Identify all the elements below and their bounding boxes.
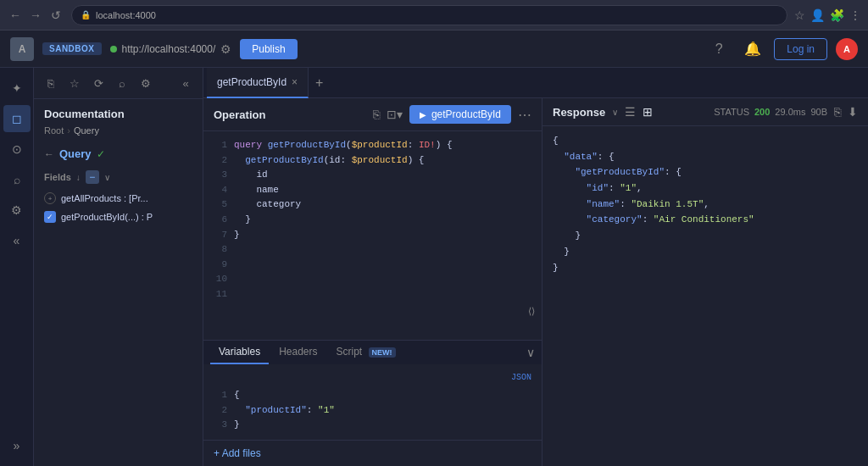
operation-copy-button[interactable]: ⎘ [373, 108, 380, 121]
variables-editor[interactable]: JSON 1 { 2 "productId": "1" 3 } [203, 364, 542, 440]
url-dot [110, 46, 117, 53]
menu-button[interactable]: ⋮ [849, 8, 861, 22]
tab-get-product-by-id[interactable]: getProductById × [207, 68, 309, 98]
code-line-11: 11 [203, 287, 542, 302]
bottom-collapse-button[interactable]: ∨ [526, 346, 535, 359]
response-time: 29.0ms [775, 107, 805, 117]
view-grid-button[interactable]: ⊞ [643, 105, 653, 119]
browser-nav: ← → ↺ [7, 7, 64, 24]
tab-headers[interactable]: Headers [270, 341, 326, 364]
panel-settings-button[interactable]: ⚙ [136, 73, 156, 93]
response-size: 90B [810, 107, 827, 117]
panel-bookmark-button[interactable]: ☆ [64, 73, 85, 93]
field-expand-button[interactable]: + [44, 192, 56, 204]
sidebar-icon-history[interactable]: ⊙ [3, 136, 31, 163]
breadcrumb-separator: › [67, 125, 70, 136]
panel-history-button[interactable]: ⟳ [88, 73, 108, 93]
breadcrumb: Root › Query [34, 125, 203, 142]
env-badge: SANDBOX [42, 42, 102, 55]
operation-options-button[interactable]: ⊡▾ [387, 108, 403, 121]
new-badge: NEW! [369, 347, 396, 358]
response-title: Response [553, 106, 605, 119]
response-copy-button[interactable]: ⎘ [834, 105, 841, 119]
add-files-button[interactable]: + Add files [203, 440, 542, 466]
breadcrumb-active: Query [74, 125, 99, 136]
response-meta: STATUS 200 29.0ms 90B [714, 107, 827, 117]
list-item[interactable]: + getAllProducts : [Pr... [34, 189, 203, 208]
prettify-button[interactable]: ⟨⟩ [528, 306, 535, 317]
code-line-4: 4 name [203, 183, 542, 198]
operation-panel: Operation ⎘ ⊡▾ ▶ getProductById ⋯ 1 quer… [203, 98, 542, 466]
code-line-1: 1 query getProductById($productId: ID!) … [203, 138, 542, 153]
var-line-3: 3 } [203, 418, 542, 433]
sidebar-collapse-button[interactable]: « [3, 227, 31, 254]
view-list-button[interactable]: ☰ [625, 105, 636, 119]
url-indicator: http://localhost:4000/ ⚙ [110, 42, 232, 56]
field-check-icon: ✓ [44, 211, 56, 223]
sidebar-icon-docs[interactable]: ◻ [3, 105, 31, 132]
url-settings-button[interactable]: ⚙ [220, 42, 231, 56]
panel-hide-button[interactable]: « [175, 73, 196, 93]
tab-script[interactable]: Script NEW! [328, 341, 404, 364]
panel-search-button[interactable]: ⌕ [112, 73, 132, 93]
reload-button[interactable]: ↺ [47, 7, 64, 24]
publish-button[interactable]: Publish [240, 39, 297, 59]
add-tab-button[interactable]: + [309, 75, 330, 91]
url-text: localhost:4000 [96, 10, 156, 20]
run-button[interactable]: ▶ getProductById [409, 105, 511, 124]
extensions-button[interactable]: 🧩 [830, 8, 844, 22]
fields-label: Fields [44, 172, 71, 182]
content-area: getProductById × + Operation ⎘ ⊡▾ ▶ getP… [203, 68, 868, 466]
fields-chevron-button[interactable]: ∨ [104, 173, 110, 182]
list-item[interactable]: ✓ getProductById(...) : P [34, 208, 203, 226]
section-name: Query [59, 147, 92, 160]
field-label: getProductById(...) : P [61, 212, 153, 222]
response-download-button[interactable]: ⬇ [848, 105, 858, 119]
browser-actions: ☆ 👤 🧩 ⋮ [794, 8, 861, 22]
code-line-10: 10 [203, 272, 542, 287]
left-panel: ⎘ ☆ ⟳ ⌕ ⚙ « Documentation Root › Query ←… [34, 68, 203, 466]
code-line-5: 5 category [203, 197, 542, 213]
profile-button[interactable]: 👤 [810, 8, 825, 22]
help-button[interactable]: ? [706, 36, 732, 62]
panel-toolbar: ⎘ ☆ ⟳ ⌕ ⚙ « [34, 68, 203, 99]
response-header: Response ∨ ☰ ⊞ STATUS 200 29.0ms 90B ⎘ ⬇ [542, 98, 868, 126]
address-bar[interactable]: 🔒 localhost:4000 [71, 5, 787, 25]
fields-header: Fields ↓ − ∨ [34, 165, 203, 189]
sidebar-icon-search[interactable]: ⌕ [3, 166, 31, 193]
breadcrumb-root: Root [44, 125, 64, 136]
fields-sort-button[interactable]: ↓ [76, 173, 81, 182]
code-line-9: 9 [203, 258, 542, 273]
main-container: ✦ ◻ ⊙ ⌕ ⚙ « » ⎘ ☆ ⟳ ⌕ ⚙ « Documentation … [0, 68, 868, 466]
play-icon: ▶ [420, 110, 426, 119]
notifications-button[interactable]: 🔔 [740, 36, 765, 62]
code-editor[interactable]: 1 query getProductById($productId: ID!) … [203, 131, 542, 340]
sidebar-icon-operations[interactable]: ✦ [3, 75, 31, 102]
back-button[interactable]: ← [7, 7, 24, 24]
bookmark-button[interactable]: ☆ [794, 8, 805, 22]
status-label: STATUS [714, 107, 749, 117]
login-button[interactable]: Log in [774, 38, 827, 60]
tab-bar: getProductById × + [203, 68, 868, 98]
forward-button[interactable]: → [27, 7, 44, 24]
app-logo: A [10, 37, 34, 61]
avatar[interactable]: A [836, 38, 858, 60]
more-button[interactable]: ⋯ [518, 107, 531, 123]
section-back-button[interactable]: ← [44, 148, 54, 160]
response-chevron-icon[interactable]: ∨ [612, 108, 618, 117]
var-line-2: 2 "productId": "1" [203, 403, 542, 419]
section-header: ← Query ✓ [34, 142, 203, 165]
sidebar-icon-settings[interactable]: ⚙ [3, 197, 31, 224]
tab-label: getProductById [217, 76, 287, 88]
tab-variables[interactable]: Variables [210, 341, 269, 364]
sidebar-expand-button[interactable]: » [3, 432, 31, 459]
url-display: http://localhost:4000/ [122, 43, 216, 55]
status-code: 200 [754, 107, 770, 117]
tab-close-button[interactable]: × [292, 76, 298, 88]
panel-copy-button[interactable]: ⎘ [41, 73, 61, 93]
fields-minus-button[interactable]: − [86, 170, 99, 184]
bottom-tabs: Variables Headers Script NEW! ∨ JSON 1 { [203, 340, 542, 466]
browser-bar: ← → ↺ 🔒 localhost:4000 ☆ 👤 🧩 ⋮ [0, 0, 868, 31]
code-line-2: 2 getProductById(id: $productId) { [203, 153, 542, 169]
response-line: { "data": { "getProductById": { "id": "1… [553, 133, 858, 275]
